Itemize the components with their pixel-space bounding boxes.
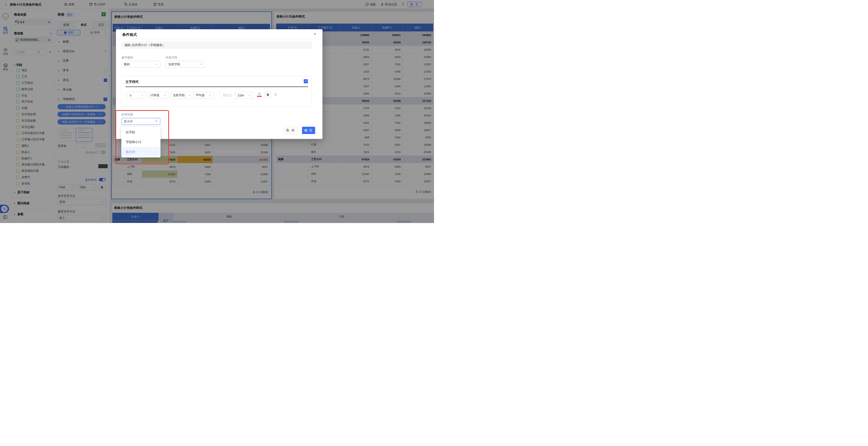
text-style-title: 文字样式: [125, 80, 138, 84]
cancel-button[interactable]: 取 消: [284, 127, 297, 134]
rule-label: 条件规则: [121, 56, 133, 60]
delete-rule-icon[interactable]: [274, 93, 277, 96]
display-as-label: 显示为: [223, 93, 231, 97]
target-field-select[interactable]: 当前字段▼: [170, 92, 193, 99]
add-rule-button[interactable]: +: [304, 79, 308, 83]
text-style-box: 文字样式 + ⋮⋮ ≥▼ 计算值▼ 当前字段▼ 平均值▼ 显示为 12px▼ A…: [121, 76, 312, 107]
color-indicator: [257, 96, 262, 97]
drag-handle-icon[interactable]: ⋮⋮: [123, 93, 127, 96]
aggregation-select[interactable]: 平均值▼: [193, 92, 214, 99]
bold-button[interactable]: B: [265, 91, 271, 98]
close-icon[interactable]: ×: [314, 32, 316, 36]
annotation-rectangle: [116, 110, 169, 164]
byfield-select[interactable]: 当前字段▼: [165, 61, 205, 68]
rule-select[interactable]: 规则▼: [121, 61, 160, 68]
font-size-select[interactable]: 12px▼: [235, 92, 253, 99]
font-color-button[interactable]: A: [257, 92, 262, 97]
field-name-bar: 辅机-仅作用小计（字体颜色）: [121, 41, 312, 49]
byfield-label: 依据字段: [165, 56, 177, 60]
modal-title: 条件格式: [122, 32, 137, 37]
confirm-button[interactable]: 确 定: [302, 127, 315, 134]
calc-type-select[interactable]: 计算值▼: [148, 92, 168, 99]
operator-select[interactable]: ≥▼: [127, 92, 146, 99]
underline: [125, 87, 308, 87]
